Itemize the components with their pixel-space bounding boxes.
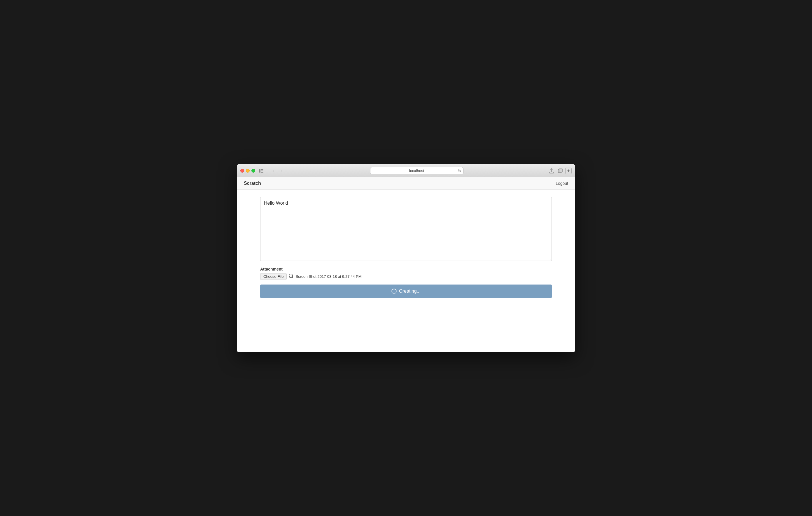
file-name: Screen Shot 2017-03-18 at 9.27.44 PM [295, 274, 361, 279]
spinner-icon [392, 289, 397, 294]
svg-rect-5 [559, 169, 562, 172]
main-area: Hello World Attachment Choose File 🖼 Scr… [237, 190, 575, 305]
address-bar[interactable]: localhost ↻ [370, 167, 463, 174]
address-bar-wrap: localhost ↻ [288, 167, 545, 174]
submit-label: Creating... [399, 289, 420, 294]
browser-chrome: ‹ › localhost ↻ + [237, 164, 575, 177]
minimize-button[interactable] [246, 169, 250, 173]
svg-rect-0 [259, 169, 260, 173]
logout-button[interactable]: Logout [556, 181, 568, 186]
share-button[interactable] [548, 167, 555, 175]
new-tab-button[interactable]: + [565, 168, 572, 174]
nav-buttons: ‹ › [270, 167, 286, 175]
browser-window: ‹ › localhost ↻ + [237, 164, 575, 352]
traffic-lights [240, 169, 255, 173]
navbar: Scratch Logout [237, 177, 575, 190]
svg-rect-3 [261, 172, 263, 173]
file-input-row: Choose File 🖼 Screen Shot 2017-03-18 at … [260, 273, 552, 280]
note-textarea[interactable]: Hello World [260, 197, 552, 261]
attachment-section: Attachment Choose File 🖼 Screen Shot 201… [260, 267, 552, 280]
sidebar-toggle-button[interactable] [258, 167, 265, 175]
submit-button[interactable]: Creating... [260, 284, 552, 298]
brand-name: Scratch [244, 181, 261, 186]
forward-button[interactable]: › [278, 167, 286, 175]
choose-file-button[interactable]: Choose File [260, 273, 287, 280]
browser-actions: + [548, 167, 572, 175]
url-text: localhost [409, 169, 424, 173]
back-button[interactable]: ‹ [270, 167, 278, 175]
reload-button[interactable]: ↻ [458, 169, 461, 173]
attachment-label: Attachment [260, 267, 552, 271]
svg-rect-1 [261, 169, 263, 170]
new-window-button[interactable] [556, 167, 564, 175]
page-content: Scratch Logout Hello World Attachment Ch… [237, 177, 575, 352]
svg-rect-2 [261, 171, 263, 171]
close-button[interactable] [240, 169, 244, 173]
file-icon: 🖼 [289, 274, 293, 279]
maximize-button[interactable] [252, 169, 255, 173]
